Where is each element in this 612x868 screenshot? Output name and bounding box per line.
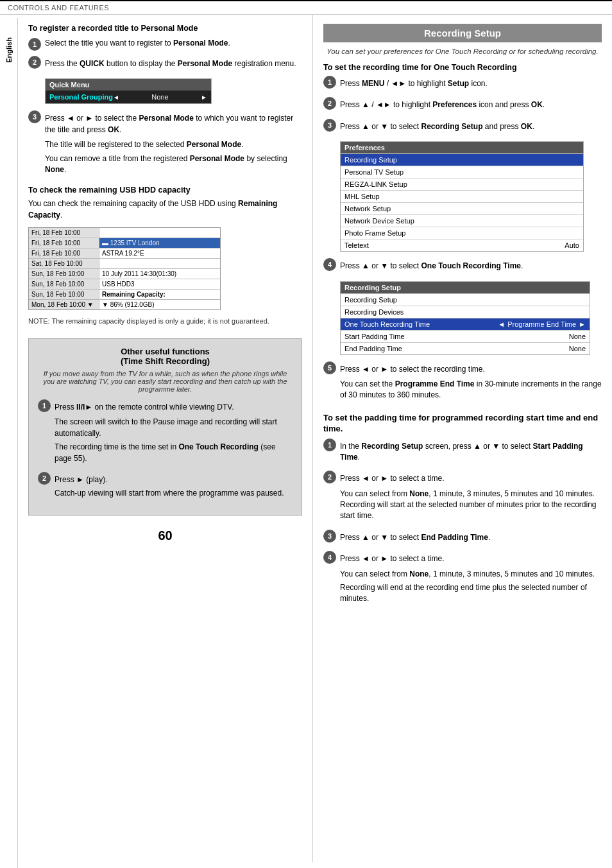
step-1-number: 1 bbox=[28, 38, 41, 51]
none-value: None bbox=[119, 93, 201, 101]
usb-note: NOTE: The remaining capacity displayed i… bbox=[28, 317, 302, 327]
right-step-3-content: Press ▲ or ▼ to select Recording Setup a… bbox=[340, 119, 602, 135]
right-step-3-text: Press ▲ or ▼ to select Recording Setup a… bbox=[340, 121, 602, 132]
padding-step-3-content: Press ▲ or ▼ to select End Padding Time. bbox=[340, 530, 602, 546]
arrow-right-icon: ► bbox=[201, 94, 207, 101]
right-step-2-content: Press ▲ / ◄► to highlight Preferences ic… bbox=[340, 97, 602, 113]
usb-date: Sun, 18 Feb 10:00 bbox=[29, 269, 99, 279]
step-2-number: 2 bbox=[28, 56, 41, 69]
right-step-2-text: Press ▲ / ◄► to highlight Preferences ic… bbox=[340, 100, 602, 110]
left-column: To register a recorded title to Personal… bbox=[18, 15, 313, 862]
rec-row-label: One Touch Recording Time bbox=[344, 320, 498, 328]
other-subtitle: (Time Shift Recording) bbox=[121, 356, 210, 366]
padding-step-4-num: 4 bbox=[323, 551, 336, 564]
other-step-1-content: Press II/I► on the remote control while … bbox=[55, 399, 293, 467]
other-step-1-p1: The screen will switch to the Pause imag… bbox=[55, 417, 293, 439]
rec-row-value: ◄ Programme End Time ► bbox=[498, 320, 586, 328]
page-number: 60 bbox=[28, 528, 302, 550]
table-row: Sun, 18 Feb 10:00 USB HDD3 bbox=[29, 279, 220, 290]
arrow-left-icon: ◄ bbox=[498, 320, 505, 328]
table-row: Sun, 18 Feb 10:00 Remaining Capacity: bbox=[29, 290, 220, 300]
rec-row-label: Start Padding Time bbox=[344, 333, 534, 340]
padding-step-2-content: Press ◄ or ► to select a time. You can s… bbox=[340, 471, 602, 525]
usb-table: Fri, 18 Feb 10:00 Fri, 18 Feb 10:00 ▬ 12… bbox=[28, 227, 221, 310]
padding-step-1-text: In the Recording Setup screen, press ▲ o… bbox=[340, 441, 602, 464]
other-step-2-number: 2 bbox=[38, 472, 51, 485]
usb-desc: You can check the remaining capacity of … bbox=[28, 198, 302, 221]
right-step-4-row: 4 Press ▲ or ▼ to select One Touch Recor… bbox=[323, 258, 602, 274]
prefs-row-regza-link: REGZA-LINK Setup bbox=[341, 178, 583, 190]
right-step-2-num: 2 bbox=[323, 97, 336, 110]
preferences-table: Preferences Recording Setup Personal TV … bbox=[340, 141, 584, 252]
rec-row-start-padding: Start Padding Time None bbox=[341, 330, 590, 342]
recording-setup-table: Recording Setup Recording Setup Recordin… bbox=[340, 281, 590, 355]
rec-row-value: None bbox=[534, 345, 586, 352]
page-wrapper: CONTROLS AND FEATURES English To registe… bbox=[0, 0, 612, 868]
header-label: CONTROLS AND FEATURES bbox=[8, 4, 109, 12]
usb-date: Fri, 18 Feb 10:00 bbox=[29, 248, 99, 258]
rec-row-one-touch: One Touch Recording Time ◄ Programme End… bbox=[341, 318, 590, 330]
usb-date: Fri, 18 Feb 10:00 bbox=[29, 238, 99, 248]
usb-date: Sat, 18 Feb 10:00 bbox=[29, 259, 99, 268]
register-section-title: To register a recorded title to Personal… bbox=[28, 24, 302, 33]
usb-info: ▬ 1235 ITV London bbox=[99, 238, 220, 248]
padding-step-2-p1: You can select from None, 1 minute, 3 mi… bbox=[340, 489, 602, 522]
right-step-5-num: 5 bbox=[323, 361, 336, 374]
right-step-4-text: Press ▲ or ▼ to select One Touch Recordi… bbox=[340, 261, 602, 272]
teletext-label: Teletext bbox=[344, 241, 369, 249]
right-step-1-num: 1 bbox=[323, 76, 336, 89]
padding-step-3-text: Press ▲ or ▼ to select End Padding Time. bbox=[340, 532, 602, 543]
other-title: Other useful functions bbox=[121, 347, 210, 356]
padding-step-3-num: 3 bbox=[323, 530, 336, 542]
step-2-row: 2 Press the QUICK button to display the … bbox=[28, 56, 302, 72]
usb-info: USB HDD3 bbox=[99, 279, 220, 289]
one-touch-recording-heading: To set the recording time for One Touch … bbox=[323, 63, 602, 72]
step-2-content: Press the QUICK button to display the Pe… bbox=[45, 56, 302, 72]
padding-step-2-row: 2 Press ◄ or ► to select a time. You can… bbox=[323, 471, 602, 525]
rec-row-label: End Padding Time bbox=[344, 345, 534, 352]
quick-menu-title: Quick Menu bbox=[46, 79, 211, 91]
table-row: Fri, 18 Feb 10:00 ASTRA 19.2°E bbox=[29, 248, 220, 259]
step-3-content: Press ◄ or ► to select the Personal Mode… bbox=[45, 110, 302, 178]
right-step-5-content: Press ◄ or ► to select the recording tim… bbox=[340, 361, 602, 404]
other-step-1-text: Press II/I► on the remote control while … bbox=[55, 402, 293, 413]
other-step-2-text: Press ► (play). bbox=[55, 474, 293, 485]
padding-step-1-num: 1 bbox=[323, 438, 336, 451]
table-row: Fri, 18 Feb 10:00 ▬ 1235 ITV London bbox=[29, 238, 220, 248]
padding-step-4-text: Press ◄ or ► to select a time. bbox=[340, 553, 602, 564]
step-2-text: Press the QUICK button to display the Pe… bbox=[45, 58, 302, 69]
other-step-1-p2: The recording time is the time set in On… bbox=[55, 442, 293, 464]
usb-date: Mon, 18 Feb 10:00 ▼ bbox=[29, 300, 99, 309]
step-3-row: 3 Press ◄ or ► to select the Personal Mo… bbox=[28, 110, 302, 178]
rec-row-value: None bbox=[534, 333, 586, 340]
padding-section-heading: To set the padding time for programmed r… bbox=[323, 413, 602, 435]
quick-menu-row: Personal Grouping ◄ None ► bbox=[46, 91, 211, 103]
one-touch-value: Programme End Time bbox=[507, 320, 576, 328]
padding-step-1-row: 1 In the Recording Setup screen, press ▲… bbox=[323, 438, 602, 466]
usb-date: Sun, 18 Feb 10:00 bbox=[29, 279, 99, 289]
quick-menu-box: Quick Menu Personal Grouping ◄ None ► bbox=[45, 78, 212, 104]
right-step-5-row: 5 Press ◄ or ► to select the recording t… bbox=[323, 361, 602, 404]
usb-info bbox=[99, 259, 220, 268]
table-row: Fri, 18 Feb 10:00 bbox=[29, 228, 220, 238]
right-step-1-content: Press MENU / ◄► to highlight Setup icon. bbox=[340, 76, 602, 92]
step-1-text: Select the title you want to register to… bbox=[45, 39, 230, 48]
right-step-5-text: Press ◄ or ► to select the recording tim… bbox=[340, 364, 602, 375]
english-label: English bbox=[5, 37, 13, 63]
padding-step-4-p2: Recording will end at the recording end … bbox=[340, 582, 602, 605]
padding-step-2-num: 2 bbox=[323, 471, 336, 483]
padding-step-4-p1: You can select from None, 1 minute, 3 mi… bbox=[340, 569, 602, 580]
right-step-4-content: Press ▲ or ▼ to select One Touch Recordi… bbox=[340, 258, 602, 274]
prefs-row-photo-frame: Photo Frame Setup bbox=[341, 227, 583, 239]
padding-step-2-text: Press ◄ or ► to select a time. bbox=[340, 473, 602, 484]
other-step-1-row: 1 Press II/I► on the remote control whil… bbox=[38, 399, 293, 467]
right-step-3-num: 3 bbox=[323, 119, 336, 132]
prefs-row-network-device: Network Device Setup bbox=[341, 214, 583, 227]
other-box-title: Other useful functions (Time Shift Recor… bbox=[38, 347, 293, 366]
rec-row-label: Recording Setup bbox=[344, 296, 586, 304]
prefs-table-header: Preferences bbox=[341, 142, 583, 153]
right-step-5-p1: You can set the Programme End Time in 30… bbox=[340, 379, 602, 401]
step-1-content: Select the title you want to register to… bbox=[45, 38, 302, 49]
rec-setup-table-header: Recording Setup bbox=[341, 282, 590, 293]
rec-row-end-padding: End Padding Time None bbox=[341, 342, 590, 354]
